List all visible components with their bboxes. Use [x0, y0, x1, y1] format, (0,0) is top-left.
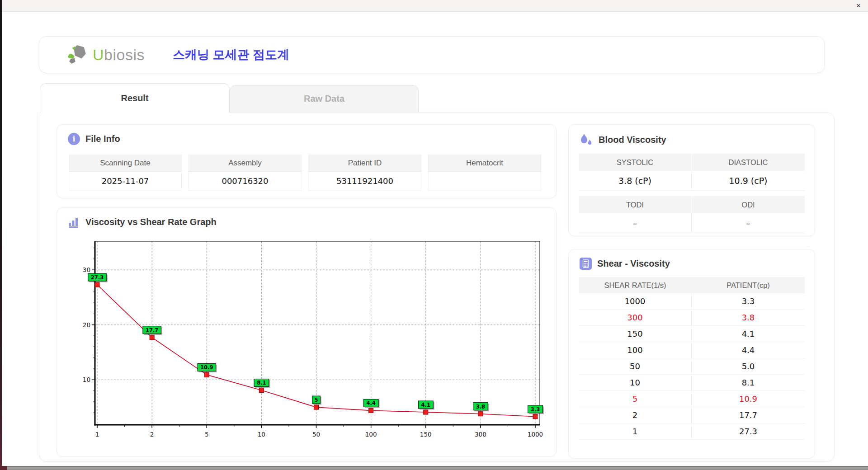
patient-cell: 10.9 [692, 391, 805, 407]
file-info-card: i File Info Scanning Date 2025-11-07 Ass… [57, 124, 557, 198]
patient-cell: 3.8 [692, 310, 805, 326]
table-header-row: SHEAR RATE(1/s) PATIENT(cp) [579, 277, 805, 293]
field-scanning-date: Scanning Date 2025-11-07 [69, 155, 182, 191]
diastolic-header: DIASTOLIC [692, 154, 805, 171]
shear-rate-cell: 1000 [579, 293, 692, 310]
svg-text:5: 5 [314, 397, 318, 403]
svg-text:1: 1 [95, 431, 99, 438]
svg-text:50: 50 [312, 431, 320, 438]
shear-rate-cell: 5 [579, 391, 692, 407]
bar-chart-icon [68, 216, 80, 228]
field-label: Assembly [189, 155, 302, 172]
svg-text:3.8: 3.8 [476, 404, 485, 410]
field-label: Scanning Date [69, 155, 182, 172]
calculator-icon [580, 258, 592, 270]
systolic-value: 3.8 (cP) [579, 171, 692, 191]
svg-text:2: 2 [150, 431, 154, 438]
field-value: 53111921400 [308, 172, 421, 191]
close-icon[interactable]: × [856, 1, 861, 11]
table-row: 1004.4 [579, 342, 805, 358]
svg-text:8.1: 8.1 [257, 380, 266, 386]
svg-text:150: 150 [420, 431, 432, 438]
table-row: 3003.8 [579, 310, 805, 326]
viscosity-chart: 1020301251050100150300100027.317.710.98.… [70, 239, 544, 447]
table-row: 10003.3 [579, 293, 805, 310]
svg-text:4.1: 4.1 [421, 402, 430, 408]
field-label: Patient ID [308, 155, 421, 172]
table-row: 510.9 [579, 391, 805, 407]
shear-viscosity-table: SHEAR RATE(1/s) PATIENT(cp) 10003.33003.… [579, 277, 805, 440]
svg-text:4.4: 4.4 [366, 400, 375, 406]
patient-cell: 27.3 [692, 423, 805, 440]
svg-text:10: 10 [258, 431, 265, 438]
table-row: 1504.1 [579, 326, 805, 342]
svg-text:30: 30 [83, 266, 90, 273]
patient-cell: 17.7 [692, 407, 805, 423]
table-row: 108.1 [579, 375, 805, 391]
svg-text:5: 5 [205, 431, 209, 438]
shear-rate-column-header: SHEAR RATE(1/s) [579, 277, 692, 293]
odi-header: ODI [692, 196, 805, 213]
tab-result[interactable]: Result [40, 83, 230, 113]
shear-rate-cell: 50 [579, 358, 692, 375]
result-panel: i File Info Scanning Date 2025-11-07 Ass… [39, 112, 835, 462]
svg-text:3.3: 3.3 [531, 406, 540, 413]
patient-cell: 4.4 [692, 342, 805, 358]
patient-cell: 5.0 [692, 358, 805, 375]
svg-text:1000: 1000 [528, 431, 543, 438]
svg-text:20: 20 [83, 321, 90, 329]
table-row: 127.3 [579, 423, 805, 440]
svg-text:27.3: 27.3 [91, 274, 104, 281]
patient-column-header: PATIENT(cp) [692, 277, 805, 293]
ubiosis-logo: Ubiosis [66, 45, 145, 65]
svg-text:100: 100 [365, 431, 377, 438]
table-row: 505.0 [579, 358, 805, 375]
page-title: 스캐닝 모세관 점도계 [173, 47, 289, 63]
diastolic-value: 10.9 (cP) [692, 171, 805, 191]
ubiosis-logo-text: Ubiosis [93, 46, 145, 64]
odi-value: – [692, 213, 805, 233]
field-label: Hematocrit [428, 155, 541, 172]
table-row: 217.7 [579, 407, 805, 423]
svg-text:10.9: 10.9 [200, 364, 213, 371]
file-info-title: File Info [85, 134, 120, 144]
field-patient-id: Patient ID 53111921400 [308, 155, 421, 191]
blood-viscosity-table: SYSTOLIC DIASTOLIC 3.8 (cP) 10.9 (cP) TO… [579, 154, 805, 233]
patient-cell: 8.1 [692, 375, 805, 391]
file-info-fields: Scanning Date 2025-11-07 Assembly 000716… [69, 155, 541, 191]
viscosity-graph-card: Viscosity vs Shear Rate Graph 1020301251… [57, 207, 557, 457]
tab-raw-data[interactable]: Raw Data [230, 85, 419, 112]
desktop-edge-left [0, 0, 2, 470]
field-value [428, 172, 541, 191]
ubiosis-logo-icon [66, 45, 90, 65]
desktop-edge-bottom [0, 466, 868, 470]
svg-text:300: 300 [475, 431, 486, 438]
patient-cell: 3.3 [692, 293, 805, 310]
window-titlebar: × [0, 0, 868, 12]
shear-rate-cell: 300 [579, 310, 692, 326]
field-value: 000716320 [189, 172, 302, 191]
info-icon: i [68, 133, 80, 145]
droplet-icon [580, 133, 593, 146]
blood-viscosity-card: Blood Viscosity SYSTOLIC DIASTOLIC 3.8 (… [568, 124, 815, 236]
svg-text:10: 10 [83, 376, 90, 383]
shear-rate-cell: 10 [579, 375, 692, 391]
graph-title: Viscosity vs Shear Rate Graph [85, 217, 217, 227]
systolic-header: SYSTOLIC [579, 154, 692, 171]
shear-viscosity-title: Shear - Viscosity [597, 258, 670, 269]
shear-rate-cell: 1 [579, 423, 692, 440]
svg-text:17.7: 17.7 [146, 327, 158, 334]
shear-viscosity-card: Shear - Viscosity SHEAR RATE(1/s) PATIEN… [568, 249, 815, 459]
todi-value: – [579, 213, 692, 233]
field-hematocrit: Hematocrit [428, 155, 541, 191]
blood-viscosity-title: Blood Viscosity [599, 135, 666, 145]
shear-rate-cell: 150 [579, 326, 692, 342]
app-header: Ubiosis 스캐닝 모세관 점도계 [39, 36, 825, 73]
field-value: 2025-11-07 [69, 172, 182, 191]
shear-rate-cell: 100 [579, 342, 692, 358]
shear-rate-cell: 2 [579, 407, 692, 423]
todi-header: TODI [579, 196, 692, 213]
field-assembly: Assembly 000716320 [189, 155, 302, 191]
patient-cell: 4.1 [692, 326, 805, 342]
